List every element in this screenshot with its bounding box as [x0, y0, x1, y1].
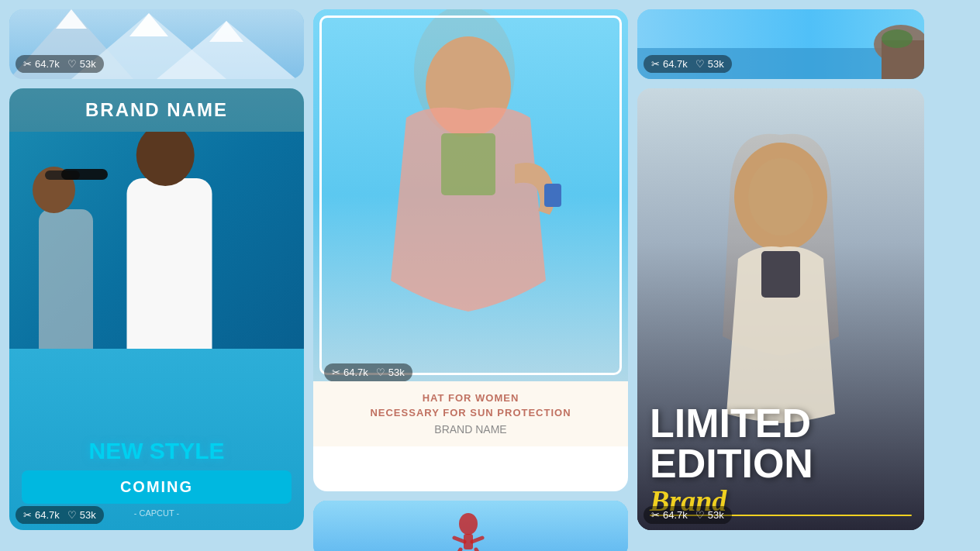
fashion-likes: 53k [376, 367, 405, 378]
left-column: 64.7k 53k BRAND NAME [9, 9, 304, 530]
fashion-brand: BRAND NAME [324, 423, 617, 436]
scissors-icon [23, 58, 32, 70]
main-container: 64.7k 53k BRAND NAME [0, 0, 980, 551]
mountain-card[interactable]: 64.7k 53k [9, 9, 304, 79]
scissors-icon-2 [23, 509, 32, 521]
svg-rect-11 [544, 184, 561, 207]
right-column: 64.7k 53k [637, 9, 924, 530]
limited-stats: 64.7k 53k [644, 506, 732, 524]
photo-strip [9, 132, 304, 349]
right-shares: 64.7k [651, 58, 688, 70]
limited-line1: LIMITED [650, 403, 912, 443]
man-left-body [39, 209, 93, 349]
limited-card[interactable]: LIMITED EDITION Brand 64.7k 53k [637, 88, 924, 530]
scissors-icon-4 [651, 58, 660, 70]
scissors-icon-5 [651, 509, 660, 521]
bottom-mid-card[interactable] [313, 501, 628, 551]
svg-point-27 [748, 158, 813, 236]
heart-icon-4 [695, 58, 705, 70]
fashion-card[interactable]: HAT FOR WOMEN NECESSARY FOR SUN PROTECTI… [313, 9, 628, 491]
brand-card[interactable]: BRAND NAME NEW STYLE COMING - CAPCUT - [9, 88, 304, 530]
right-top-card[interactable]: 64.7k 53k [637, 9, 924, 79]
heart-icon-3 [376, 367, 385, 378]
heart-icon [67, 58, 77, 70]
fashion-subtitle: NECESSARY FOR SUN PROTECTION [324, 407, 617, 418]
svg-rect-26 [761, 251, 800, 298]
fashion-photo [313, 9, 628, 381]
svg-point-13 [459, 513, 478, 535]
men-photo [9, 132, 304, 349]
fashion-stats: 64.7k 53k [324, 363, 412, 381]
right-likes: 53k [695, 58, 724, 70]
brand-header: BRAND NAME [9, 88, 304, 132]
middle-column: HAT FOR WOMEN NECESSARY FOR SUN PROTECTI… [313, 9, 628, 551]
heart-icon-5 [695, 509, 705, 521]
new-style-text: NEW STYLE [22, 438, 292, 464]
heart-icon-2 [67, 509, 77, 521]
limited-shares: 64.7k [651, 509, 688, 521]
scissors-icon-3 [332, 367, 340, 378]
brand-shares: 64.7k [23, 509, 60, 521]
brand-likes: 53k [67, 509, 96, 521]
right-top-stats: 64.7k 53k [644, 55, 732, 73]
brand-stats: 64.7k 53k [16, 506, 104, 524]
mountain-stats: 64.7k 53k [16, 55, 104, 73]
svg-rect-10 [441, 133, 495, 195]
fashion-shares: 64.7k [332, 367, 368, 378]
shares-stat: 64.7k [23, 58, 60, 70]
brand-name: BRAND NAME [20, 99, 293, 121]
limited-likes: 53k [695, 509, 724, 521]
sunglasses-main [61, 169, 108, 180]
man-main-body [127, 178, 212, 349]
coming-button[interactable]: COMING [22, 470, 292, 504]
likes-stat: 53k [67, 58, 96, 70]
fashion-info: HAT FOR WOMEN NECESSARY FOR SUN PROTECTI… [313, 381, 628, 446]
fashion-title: HAT FOR WOMEN [324, 392, 617, 404]
limited-line2: EDITION [650, 443, 912, 484]
svg-point-23 [882, 29, 913, 48]
